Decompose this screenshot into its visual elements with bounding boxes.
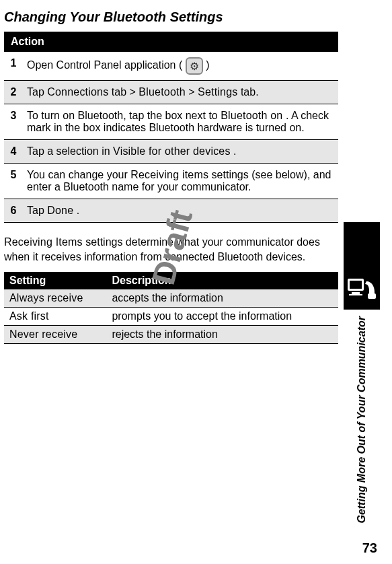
text-fragment: Tap — [27, 205, 47, 216]
setting-name: Always receive — [4, 289, 106, 308]
step-text: You can change your Receiving items sett… — [23, 164, 338, 199]
step-text: Tap Connections tab > Bluetooth > Settin… — [23, 81, 338, 104]
step-number: 4 — [4, 140, 23, 164]
svg-rect-1 — [350, 281, 362, 289]
ui-term: Receiving items — [130, 169, 208, 180]
text-fragment: Tap — [27, 86, 47, 98]
step-number: 6 — [4, 199, 23, 223]
text-fragment: tab > — [112, 86, 139, 98]
step-number: 2 — [4, 81, 23, 104]
settings-row: Ask first prompts you to accept the info… — [4, 308, 338, 326]
text-fragment: Open Control Panel application ( — [27, 59, 186, 71]
right-rail: Getting More Out of Your Communicator — [344, 222, 380, 524]
ui-term: Receiving Items — [4, 236, 83, 248]
svg-rect-3 — [349, 294, 362, 295]
ui-term: Bluetooth — [139, 86, 185, 98]
side-section-title: Getting More Out of Your Communicator — [355, 316, 368, 524]
receiving-paragraph: Receiving Items settings determine what … — [4, 235, 338, 264]
text-fragment: ) — [206, 59, 209, 71]
svg-rect-2 — [352, 292, 360, 294]
ui-term: Done — [47, 205, 73, 216]
gear-icon: ⚙ — [186, 57, 203, 75]
step-number: 5 — [4, 164, 23, 199]
setting-name: Never receive — [4, 326, 106, 344]
step-text: Open Control Panel application ( ⚙ ) — [23, 52, 338, 81]
ui-term: Settings — [198, 86, 237, 98]
step-text: To turn on Bluetooth, tap the box next t… — [23, 104, 338, 140]
computer-phone-icon — [346, 275, 377, 302]
step-row: 2 Tap Connections tab > Bluetooth > Sett… — [4, 81, 338, 104]
ui-term: Connections — [47, 86, 108, 98]
page-number: 73 — [362, 540, 377, 556]
text-fragment: Tap a selection in — [27, 145, 113, 157]
setting-desc: prompts you to accept the information — [106, 308, 338, 326]
settings-header-setting: Setting — [4, 272, 106, 289]
step-row: 6 Tap Done . — [4, 199, 338, 223]
text-fragment: . — [77, 205, 79, 216]
text-fragment: . — [233, 145, 236, 157]
settings-table: Setting Description Always receive accep… — [4, 272, 338, 344]
step-number: 3 — [4, 104, 23, 140]
settings-row: Never receive rejects the information — [4, 326, 338, 344]
action-header: Action — [4, 32, 338, 52]
settings-header-description: Description — [106, 272, 338, 289]
section-icon-box — [344, 222, 380, 310]
section-title: Changing Your Bluetooth Settings — [4, 9, 338, 25]
ui-term: Bluetooth on — [221, 110, 282, 121]
step-text: Tap Done . — [23, 199, 338, 223]
svg-rect-4 — [368, 293, 376, 299]
text-fragment: > — [188, 86, 198, 98]
step-number: 1 — [4, 52, 23, 81]
text-fragment: tab. — [241, 86, 259, 98]
ui-term: Visible for other devices — [113, 145, 231, 157]
step-row: 3 To turn on Bluetooth, tap the box next… — [4, 104, 338, 140]
step-row: 1 Open Control Panel application ( ⚙ ) — [4, 52, 338, 81]
step-row: 4 Tap a selection in Visible for other d… — [4, 140, 338, 164]
setting-desc: accepts the information — [106, 289, 338, 308]
setting-name: Ask first — [4, 308, 106, 326]
settings-row: Always receive accepts the information — [4, 289, 338, 308]
step-text: Tap a selection in Visible for other dev… — [23, 140, 338, 164]
text-fragment: To turn on Bluetooth, tap the box next t… — [27, 110, 221, 121]
step-row: 5 You can change your Receiving items se… — [4, 164, 338, 199]
setting-desc: rejects the information — [106, 326, 338, 344]
action-table: Action 1 Open Control Panel application … — [4, 32, 338, 223]
text-fragment: You can change your — [27, 169, 130, 180]
